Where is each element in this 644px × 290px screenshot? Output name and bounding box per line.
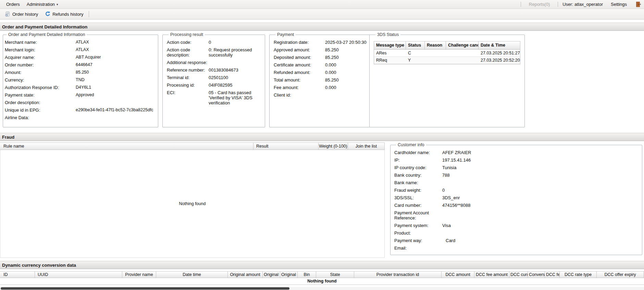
dcc-table: ID UUID Provider name Date time Original… (0, 271, 644, 285)
column-header: DCC amount (442, 272, 474, 278)
field-label: Payment state: (5, 92, 76, 98)
column-header: DCC offer expiry (597, 272, 644, 278)
refunds-history-button[interactable]: Refunds history (42, 10, 86, 18)
field-value: 85.250 (325, 55, 367, 60)
field-label: Registration date: (274, 40, 325, 45)
field-row: Email: (394, 245, 638, 251)
field-row: Unique id in EPG:e290be34-fe01-47f1-bc52… (5, 108, 154, 113)
section-title: Order and Payment Detailed Information (2, 24, 87, 29)
field-label: Merchant name: (5, 40, 76, 45)
cell-status: C (406, 50, 425, 56)
logout-button[interactable] (635, 1, 642, 7)
field-value: 85.250 (325, 47, 367, 52)
field-value: 0: Request processed successfully (209, 47, 261, 58)
field-label: Action code description: (167, 47, 209, 58)
divider (89, 11, 89, 17)
field-value (325, 92, 367, 98)
field-label: Bank country: (394, 173, 442, 178)
field-value: Approved (76, 92, 154, 98)
field-label: Terminal id: (167, 75, 209, 80)
field-value: 0 (209, 40, 261, 45)
scrollbar-thumb[interactable] (1, 287, 289, 290)
user-label: User: atlax_operator (562, 2, 603, 7)
payment-legend: Payment (275, 32, 296, 37)
tds-table-header: Message type Status Reason Challenge can… (374, 41, 520, 50)
order-history-icon (5, 11, 10, 17)
field-label: Email: (394, 245, 442, 251)
column-header: UUID (35, 272, 122, 278)
empty-state-text: Nothing found (307, 279, 336, 283)
field-value: 3DS_enr (442, 195, 638, 200)
field-row: Action code description:0: Request proce… (167, 47, 261, 58)
menu-orders[interactable]: Orders (3, 0, 23, 9)
menu-settings[interactable]: Settings (607, 0, 630, 9)
order-info-panel: Order and Payment Detailed Information M… (3, 32, 158, 127)
field-label: Processing id: (167, 83, 209, 88)
tds-status-panel: 3DS Status Message type Status Reason Ch… (369, 32, 525, 127)
field-row: Bank name: (394, 180, 638, 185)
refunds-history-icon (45, 11, 50, 17)
column-header: Bin (298, 272, 316, 278)
toolbar: Order history Refunds history (0, 9, 644, 20)
menu-bar: Orders Administration ▾ Reports(0) User:… (0, 0, 644, 9)
field-label: Order number: (5, 62, 76, 67)
field-label: Amount: (5, 70, 76, 75)
field-row: Fee amount:0.000 (274, 85, 367, 90)
fraud-table-body: Nothing found (0, 150, 385, 258)
field-label: Reference number: (167, 67, 209, 73)
field-label: Currency: (5, 77, 76, 83)
field-label: Authorization Response ID: (5, 85, 76, 90)
field-value: 6446647 (76, 62, 154, 67)
field-row: Bank country:788 (394, 173, 638, 178)
field-label: Certificate amount: (274, 62, 325, 67)
field-label: Cardholder name: (394, 150, 442, 155)
field-row: Payment state:Approved (5, 92, 154, 98)
column-header: Conversi (528, 272, 545, 278)
column-header: DCC fee amount (474, 272, 509, 278)
order-history-button[interactable]: Order history (2, 10, 41, 18)
table-row[interactable]: RReq Y 27.03.2025 20:52:20 (374, 57, 520, 64)
column-header: DCC fee (545, 272, 560, 278)
order-details-page: Orders Administration ▾ Reports(0) User:… (0, 0, 644, 290)
field-label: Acquirer name: (5, 55, 76, 60)
field-value: ABT Acquirer (76, 55, 154, 60)
field-label: Order description: (5, 100, 76, 105)
field-value: 0 (442, 188, 638, 193)
field-value: D4Y6L1 (76, 85, 154, 90)
field-value: 2025-03-27 20:50:30 (325, 40, 367, 45)
processing-result-legend: Processing result (169, 32, 205, 37)
menu-reports[interactable]: Reports(0) (525, 0, 553, 9)
divider (558, 2, 558, 7)
dcc-empty-row: Nothing found (0, 278, 644, 285)
field-row: Total amount:85.250 (274, 77, 367, 83)
column-header: Provider name (122, 272, 156, 278)
column-header: State (316, 272, 354, 278)
divider (521, 2, 521, 7)
table-row[interactable]: ARes C 27.03.2025 20:51:27 (374, 50, 520, 57)
field-row: Fraud weight:0 (394, 188, 638, 193)
field-value: e290be34-fe01-47f1-bc52-7c3ba8225dfc (76, 108, 154, 113)
field-row: Currency:TND (5, 77, 154, 83)
field-row: Payment Account Reference: (394, 210, 638, 220)
field-label: Card number: (394, 203, 442, 208)
field-label: Approved amount: (274, 47, 325, 52)
fraud-table-header: Rule name Result Weight (0-100) Join the… (0, 142, 385, 150)
column-header: Date & Time (479, 41, 520, 49)
fraud-rules-table: Rule name Result Weight (0-100) Join the… (0, 142, 385, 258)
field-value (442, 210, 638, 220)
menu-administration[interactable]: Administration ▾ (23, 0, 62, 9)
field-label: Fraud weight: (394, 188, 442, 193)
field-label: Bank name: (394, 180, 442, 185)
field-value: 197.15.41.146 (442, 157, 638, 163)
field-value: Card (442, 238, 638, 243)
field-value: TND (76, 77, 154, 83)
column-header: Message type (374, 41, 406, 49)
field-row: Acquirer name:ABT Acquirer (5, 55, 154, 60)
field-label: Product: (394, 230, 442, 236)
section-header-dcc: Dynamic currency conversion data (0, 261, 644, 269)
field-row: Certificate amount:0.000 (274, 62, 367, 67)
field-row: Cardholder name:AFEF ZRAIER (394, 150, 638, 155)
field-value (442, 180, 638, 185)
menu-administration-label: Administration (27, 2, 55, 7)
field-row: Approved amount:85.250 (274, 47, 367, 52)
